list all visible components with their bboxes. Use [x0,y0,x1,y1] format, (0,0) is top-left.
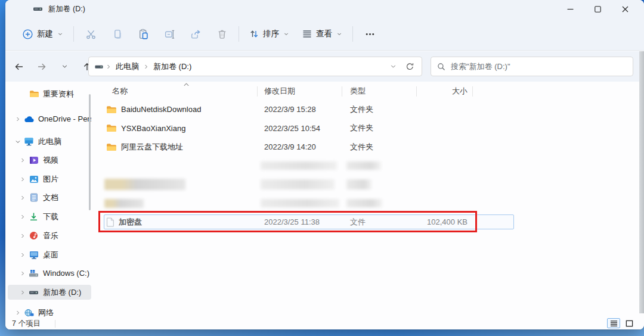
sidebar-item-documents[interactable]: 文档 [8,190,91,205]
view-button[interactable]: 查看 [296,23,349,45]
videos-icon [29,156,39,164]
column-header-date[interactable]: 修改日期 [257,86,342,97]
file-row[interactable]: YSXBaoXianXiang 2022/3/25 10:54 文件夹 [98,119,639,138]
copy-button[interactable] [104,23,130,45]
recent-locations-button[interactable] [55,58,73,76]
column-header-name[interactable]: 名称 [98,86,257,97]
chevron-right-icon[interactable] [18,251,27,259]
column-headers: 名称 修改日期 类型 大小 [98,82,639,100]
chevron-right-icon[interactable] [13,309,23,316]
minimize-icon [567,6,574,13]
file-name: YSXBaoXianXiang [121,124,185,133]
file-name: 阿里云盘下载地址 [121,142,183,153]
file-list-scrollbar[interactable] [639,51,644,313]
sidebar-item-new-volume-d[interactable]: 新加卷 (D:) [8,285,91,300]
sidebar-item-label: Windows (C:) [43,269,89,278]
file-row[interactable]: 阿里云盘下载地址 2022/3/9 14:20 文件夹 [98,138,639,157]
new-button[interactable]: 新建 [16,23,70,45]
documents-icon [29,193,39,202]
details-view-button[interactable] [607,318,620,328]
close-button[interactable] [611,0,639,18]
sidebar-item-videos[interactable]: 视频 [8,153,91,167]
toolbar-separator [239,26,239,42]
redacted-cell [261,199,339,207]
breadcrumb-chevron-icon [143,63,150,70]
close-icon [622,6,628,13]
search-icon [437,63,445,71]
chevron-right-icon[interactable] [18,194,27,201]
chevron-right-icon[interactable] [13,116,23,123]
file-size: 102,400 KB [416,217,472,226]
window-title: 新加卷 (D:) [48,4,85,14]
sidebar-item-desktop[interactable]: 桌面 [8,247,91,262]
chevron-down-icon [57,30,64,38]
rename-button[interactable] [156,23,182,45]
redacted-file-row[interactable] [98,157,639,176]
file-type: 文件 [342,217,416,228]
paste-button[interactable] [130,23,156,45]
redacted-file-row[interactable] [98,194,639,213]
chevron-right-icon[interactable] [18,213,27,220]
chevron-down-icon[interactable] [13,138,23,145]
chevron-right-icon[interactable] [18,176,27,183]
share-button[interactable] [182,23,209,45]
more-button[interactable] [357,23,383,45]
column-header-type[interactable]: 类型 [342,86,416,97]
sidebar-item-onedrive[interactable]: OneDrive - Pers [8,111,91,126]
chevron-down-icon [336,30,343,38]
file-row[interactable]: BaiduNetdiskDownload 2022/3/9 15:28 文件夹 [98,100,639,119]
back-button[interactable] [10,58,28,76]
maximize-button[interactable] [584,0,611,18]
address-bar[interactable]: 此电脑 新加卷 (D:) [88,57,422,76]
sort-button-label: 排序 [263,29,279,39]
cut-button[interactable] [78,23,104,45]
sidebar-item-label: 图片 [43,174,58,185]
title-bar: 新加卷 (D:) [5,0,644,18]
sidebar-item-pictures[interactable]: 图片 [8,172,91,186]
forward-button[interactable] [33,58,51,76]
view-list-icon [302,29,312,39]
ellipsis-icon [364,29,376,40]
breadcrumb-current-drive[interactable]: 新加卷 (D:) [151,61,194,72]
chevron-right-icon[interactable] [18,232,27,239]
folder-icon [29,90,39,98]
drive-icon [29,288,39,297]
sidebar-item-windows-c[interactable]: Windows (C:) [8,266,91,281]
sidebar-item-downloads[interactable]: 下载 [8,209,91,224]
redacted-cell [261,179,335,189]
file-row-selected[interactable]: 加密盘 2022/3/25 11:38 文件 102,400 KB [98,213,639,232]
sidebar-item-music[interactable]: 音乐 [8,228,91,243]
column-header-size[interactable]: 大小 [416,86,472,97]
search-input[interactable] [451,62,627,71]
delete-button[interactable] [209,23,235,45]
sidebar-item-this-pc[interactable]: 此电脑 [8,134,91,149]
breadcrumb-this-pc[interactable]: 此电脑 [113,61,141,72]
command-bar: 新建 排序 查看 [5,18,644,51]
share-icon [190,29,202,40]
search-box[interactable] [431,57,633,76]
chevron-right-icon[interactable] [18,289,27,296]
sidebar-item-pinned-folder[interactable]: 重要资料 [8,86,91,101]
folder-icon [106,124,116,132]
large-icons-view-button[interactable] [623,318,636,328]
chevron-down-icon [61,63,69,70]
drive-icon [94,63,104,71]
minimize-button[interactable] [556,0,584,18]
sidebar-scrollbar[interactable] [89,94,91,210]
chevron-right-icon[interactable] [18,270,27,277]
details-view-icon [610,320,618,327]
redacted-cell [261,161,337,170]
chevron-down-icon [283,30,290,38]
sort-button[interactable]: 排序 [243,23,296,45]
toolbar-separator [352,26,353,42]
file-name: BaiduNetdiskDownload [121,105,201,114]
file-date: 2022/3/9 15:28 [257,105,342,114]
chevron-right-icon[interactable] [18,157,27,164]
downloads-icon [29,212,39,221]
address-dropdown-button[interactable] [389,63,397,70]
statusbar-divider [55,320,55,328]
refresh-button[interactable] [405,62,414,71]
sidebar-item-network[interactable]: 网络 [8,305,91,318]
cut-icon [85,29,97,40]
redacted-file-row[interactable] [98,175,639,194]
